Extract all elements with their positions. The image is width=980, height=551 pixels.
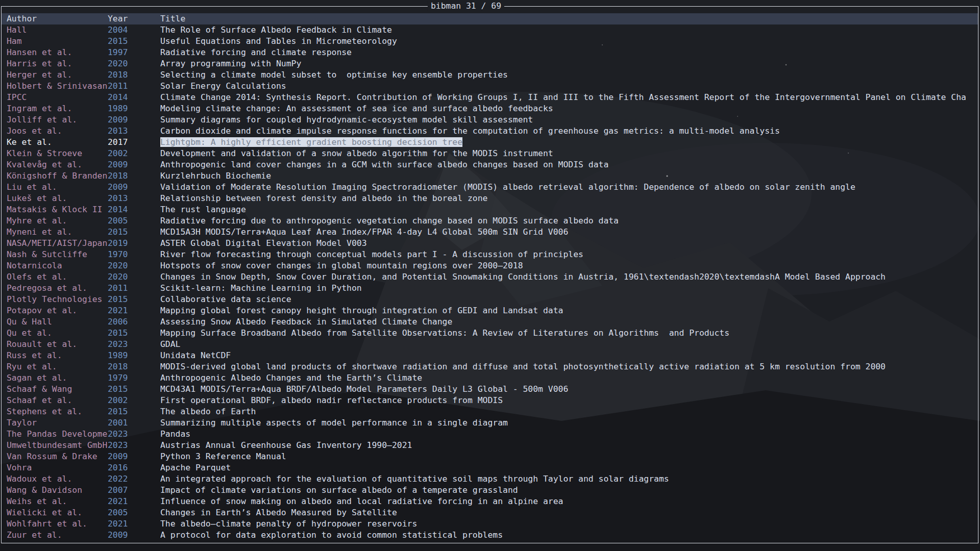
- row-title: Hotspots of snow cover changes in global…: [160, 260, 978, 271]
- table-row[interactable]: Plotly Technologies 2015 Collaborative d…: [2, 294, 978, 305]
- table-row[interactable]: Schaaf et al. 2002 First operational BRD…: [2, 395, 978, 406]
- row-year: 2017: [108, 137, 160, 148]
- table-row[interactable]: Holbert & Srinivasan 2011 Solar Energy C…: [2, 81, 978, 92]
- row-author: Schaaf et al.: [7, 395, 108, 406]
- row-author: Ryu et al.: [7, 361, 108, 372]
- table-header: Author Year Title: [2, 13, 978, 24]
- table-row[interactable]: Klein & Stroeve 2002 Development and val…: [2, 148, 978, 159]
- table-row[interactable]: Potapov et al. 2021 Mapping global fores…: [2, 305, 978, 316]
- row-title: Austrias Annual Greenhouse Gas Inventory…: [160, 440, 978, 451]
- table-row[interactable]: Van Rossum & Drake 2009 Python 3 Referen…: [2, 451, 978, 462]
- table-row[interactable]: Liu et al. 2009 Validation of Moderate R…: [2, 182, 978, 193]
- row-author: Qu & Hall: [7, 316, 108, 328]
- table-row[interactable]: Herger et al. 2018 Selecting a climate m…: [2, 69, 978, 81]
- table-row[interactable]: Qu & Hall 2006 Assessing Snow Albedo Fee…: [2, 316, 978, 328]
- table-row[interactable]: Joos et al. 2013 Carbon dioxide and clim…: [2, 126, 978, 137]
- row-title-text: ASTER Global Digital Elevation Model V00…: [160, 238, 367, 248]
- row-year: 2009: [108, 159, 160, 170]
- row-year: 2009: [108, 182, 160, 193]
- row-year: 2013: [108, 126, 160, 137]
- row-author: Myneni et al.: [7, 227, 108, 238]
- row-author: Nash & Sutcliffe: [7, 249, 108, 260]
- row-year: 2006: [108, 316, 160, 328]
- table-row[interactable]: Kvalevåg et al. 2009 Anthropogenic land …: [2, 159, 978, 170]
- row-year: 2018: [108, 361, 160, 372]
- row-author: IPCC: [7, 92, 108, 103]
- row-year: 2005: [108, 215, 160, 227]
- table-row[interactable]: Taylor 2001 Summarizing multiple aspects…: [2, 417, 978, 429]
- table-row[interactable]: Königshoff & Branden 2018 Kurzlehrbuch B…: [2, 170, 978, 182]
- table-row[interactable]: Weihs et al. 2021 Influence of snow maki…: [2, 496, 978, 507]
- row-year: 2015: [108, 227, 160, 238]
- row-title-text: Anthropogenic land cover changes in a GC…: [160, 160, 608, 169]
- table-row[interactable]: The Pandas Developme 2023 Pandas: [2, 429, 978, 440]
- table-row[interactable]: Myneni et al. 2015 MCD15A3H MODIS/Terra+…: [2, 227, 978, 238]
- table-row[interactable]: Ryu et al. 2018 MODIS-derived global lan…: [2, 361, 978, 372]
- column-header-year: Year: [108, 13, 160, 24]
- row-title-text: Changes in Snow Depth, Snow Cover Durati…: [160, 272, 886, 282]
- row-author: Herger et al.: [7, 69, 108, 81]
- row-title: Summary diagrams for coupled hydrodynami…: [160, 114, 978, 126]
- row-year: 1970: [108, 249, 160, 260]
- table-row[interactable]: Wohlfahrt et al. 2021 The albedo–climate…: [2, 518, 978, 530]
- table-row[interactable]: Jolliff et al. 2009 Summary diagrams for…: [2, 114, 978, 126]
- row-title: MCD43A1 MODIS/Terra+Aqua BRDF/Albedo Mod…: [160, 384, 978, 395]
- table-row[interactable]: Ke et al. 2017 Lightgbm: A highly effici…: [2, 137, 978, 148]
- row-year: 1989: [108, 350, 160, 361]
- row-title-text: MODIS-derived global land products of sh…: [160, 362, 886, 371]
- column-header-title: Title: [160, 13, 978, 24]
- row-year: 2009: [108, 530, 160, 541]
- table-row[interactable]: NASA/METI/AIST/Japan 2019 ASTER Global D…: [2, 238, 978, 249]
- row-title: Lightgbm: A highly efficient gradient bo…: [160, 137, 978, 148]
- row-author: Van Rossum & Drake: [7, 451, 108, 462]
- row-author: Rouault et al.: [7, 339, 108, 350]
- table-row[interactable]: Ingram et al. 1989 Modeling climate chan…: [2, 103, 978, 114]
- table-row[interactable]: Nash & Sutcliffe 1970 River flow forecas…: [2, 249, 978, 260]
- table-row[interactable]: Zuur et al. 2009 A protocol for data exp…: [2, 530, 978, 541]
- table-row[interactable]: IPCC 2014 Climate Change 2014: Synthesis…: [2, 92, 978, 103]
- row-year: 2016: [108, 462, 160, 473]
- row-title-text: Carbon dioxide and climate impulse respo…: [160, 126, 780, 136]
- row-title-text: Assessing Snow Albedo Feedback in Simula…: [160, 317, 452, 327]
- table-row[interactable]: Matsakis & Klock II 2014 The rust langua…: [2, 204, 978, 215]
- row-author: Notarnicola: [7, 260, 108, 271]
- table-row[interactable]: Ham 2015 Useful Equations and Tables in …: [2, 36, 978, 47]
- row-author: NASA/METI/AIST/Japan: [7, 238, 108, 249]
- row-title-text: Impact of climate variations on surface …: [160, 485, 518, 495]
- row-author: Sagan et al.: [7, 372, 108, 384]
- table-row[interactable]: Vohra 2016 Apache Parquet: [2, 462, 978, 473]
- row-title-text: Summary diagrams for coupled hydrodynami…: [160, 115, 533, 124]
- table-row[interactable]: Umweltbundesamt GmbH 2023 Austrias Annua…: [2, 440, 978, 451]
- table-row[interactable]: Pedregosa et al. 2011 Scikit-learn: Mach…: [2, 283, 978, 294]
- table-row[interactable]: Stephens et al. 2015 The albedo of Earth: [2, 406, 978, 417]
- row-author: Liu et al.: [7, 182, 108, 193]
- table-row[interactable]: Wielicki et al. 2005 Changes in Earth’s …: [2, 507, 978, 518]
- row-title: Pandas: [160, 429, 978, 440]
- table-row[interactable]: Sagan et al. 1979 Anthropogenic Albedo C…: [2, 372, 978, 384]
- row-year: 1979: [108, 372, 160, 384]
- table-row[interactable]: Hansen et al. 1997 Radiative forcing and…: [2, 47, 978, 58]
- row-title-text: Useful Equations and Tables in Micromete…: [160, 36, 397, 46]
- table-row[interactable]: Olefs et al. 2020 Changes in Snow Depth,…: [2, 271, 978, 283]
- table-row[interactable]: Notarnicola 2020 Hotspots of snow cover …: [2, 260, 978, 271]
- table-row[interactable]: Qu et al. 2015 Mapping Surface Broadband…: [2, 328, 978, 339]
- row-author: Ke et al.: [7, 137, 108, 148]
- table-row[interactable]: Myhre et al. 2005 Radiative forcing due …: [2, 215, 978, 227]
- row-year: 2009: [108, 451, 160, 462]
- table-row[interactable]: Schaaf & Wang 2015 MCD43A1 MODIS/Terra+A…: [2, 384, 978, 395]
- table-row[interactable]: Harris et al. 2020 Array programming wit…: [2, 58, 978, 69]
- table-row[interactable]: Russ et al. 1989 Unidata NetCDF: [2, 350, 978, 361]
- row-title-text: MCD43A1 MODIS/Terra+Aqua BRDF/Albedo Mod…: [160, 384, 568, 394]
- table-row[interactable]: Lukeš et al. 2013 Relationship between f…: [2, 193, 978, 204]
- row-title-text: Influence of snow making on albedo and l…: [160, 496, 563, 506]
- row-year: 2021: [108, 496, 160, 507]
- row-title-text: Array programming with NumPy: [160, 59, 301, 68]
- row-title-text: Mapping global forest canopy height thro…: [160, 306, 563, 315]
- row-title: Carbon dioxide and climate impulse respo…: [160, 126, 978, 137]
- row-year: 2007: [108, 485, 160, 496]
- table-row[interactable]: Wadoux et al. 2022 An integrated approac…: [2, 473, 978, 485]
- table-row[interactable]: Hall 2004 The Role of Surface Albedo Fee…: [2, 24, 978, 36]
- table-row[interactable]: Rouault et al. 2023 GDAL: [2, 339, 978, 350]
- row-title-text: Relationship between forest density and …: [160, 193, 487, 203]
- table-row[interactable]: Wang & Davidson 2007 Impact of climate v…: [2, 485, 978, 496]
